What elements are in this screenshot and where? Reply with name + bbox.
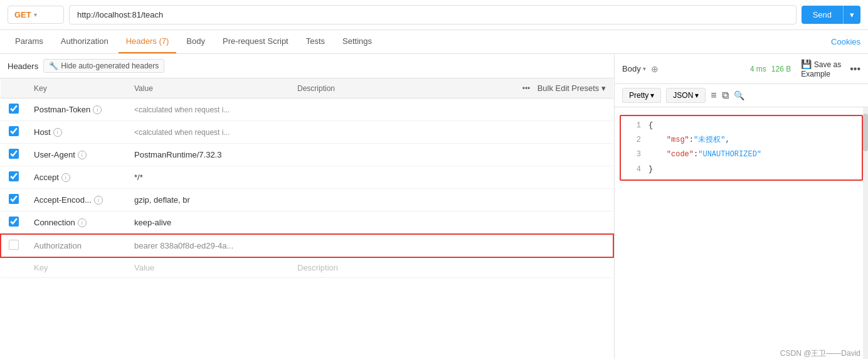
dots-icon[interactable]: ••• xyxy=(522,84,531,93)
json-line-1: 1 { xyxy=(621,119,862,133)
info-icon[interactable]: i xyxy=(53,128,62,137)
method-text: GET xyxy=(14,10,31,19)
tab-params[interactable]: Params xyxy=(8,30,51,53)
method-selector[interactable]: GET ▾ xyxy=(8,6,64,24)
desc-cell xyxy=(290,166,513,189)
response-meta: 4 ms 126 B xyxy=(750,65,791,73)
main-content: Headers 🔧 Hide auto-generated headers Ke… xyxy=(0,54,868,359)
actions-cell xyxy=(513,211,613,235)
desc-cell xyxy=(290,211,513,235)
row-checkbox[interactable] xyxy=(9,126,19,136)
scrollbar-thumb xyxy=(863,114,868,151)
footer-watermark: CSDN @王卫——David xyxy=(780,348,860,359)
table-row: User-Agent i PostmanRuntime/7.32.3 xyxy=(1,144,613,166)
empty-row: Key Value Description xyxy=(1,257,613,278)
empty-key[interactable]: Key xyxy=(26,257,127,278)
table-row: Accept i */* xyxy=(1,166,613,189)
response-toolbar: Body ▾ ⊕ 4 ms 126 B 💾 Save asExample ••• xyxy=(615,54,868,84)
key-cell: User-Agent i xyxy=(26,144,127,166)
key-cell: Postman-Token i xyxy=(26,99,127,121)
tab-settings[interactable]: Settings xyxy=(335,30,379,53)
info-icon[interactable]: i xyxy=(61,173,70,182)
info-icon[interactable]: i xyxy=(94,196,103,205)
hide-auto-icon: 🔧 xyxy=(49,62,58,70)
table-row: Host i <calculated when request i... xyxy=(1,121,613,144)
save-icon: 💾 xyxy=(801,59,812,69)
info-icon[interactable]: i xyxy=(78,218,87,227)
row-checkbox[interactable] xyxy=(9,171,19,181)
row-checkbox[interactable] xyxy=(9,104,19,114)
empty-desc[interactable]: Description xyxy=(290,257,513,278)
json-line-3: 3 "code": "UNAUTHORIZED" xyxy=(621,147,862,162)
row-checkbox[interactable] xyxy=(9,217,19,227)
presets-button[interactable]: Presets ▾ xyxy=(571,83,606,93)
tab-pre-request-script[interactable]: Pre-request Script xyxy=(215,30,296,53)
json-border-box: 1 { 2 "msg": "未授权", 3 "code": "UNAUTHORI… xyxy=(620,115,863,181)
send-button[interactable]: Send ▾ xyxy=(802,6,860,24)
col-description: Description xyxy=(290,78,513,99)
json-format-button[interactable]: JSON ▾ xyxy=(666,88,706,103)
row-checkbox[interactable] xyxy=(9,194,19,204)
tabs-row: Params Authorization Headers (7) Body Pr… xyxy=(0,30,868,54)
json-body: 1 { 2 "msg": "未授权", 3 "code": "UNAUTHORI… xyxy=(615,107,868,359)
actions-cell xyxy=(513,144,613,166)
value-cell: */* xyxy=(127,166,290,189)
desc-cell xyxy=(290,99,513,121)
globe-icon[interactable]: ⊕ xyxy=(651,64,659,74)
col-checkbox xyxy=(1,78,26,99)
cookies-link[interactable]: Cookies xyxy=(831,37,860,46)
value-cell: keep-alive xyxy=(127,211,290,235)
tab-body[interactable]: Body xyxy=(179,30,213,53)
key-cell: Accept-Encod... i xyxy=(26,189,127,211)
tab-authorization[interactable]: Authorization xyxy=(53,30,116,53)
info-icon[interactable]: i xyxy=(78,151,87,159)
key-cell: Connection i xyxy=(26,211,127,235)
response-scrollbar[interactable] xyxy=(863,107,868,359)
value-cell: <calculated when request i... xyxy=(127,99,290,121)
value-cell: <calculated when request i... xyxy=(127,121,290,144)
actions-cell xyxy=(513,99,613,121)
table-row: Accept-Encod... i gzip, deflate, br xyxy=(1,189,613,211)
value-cell: PostmanRuntime/7.32.3 xyxy=(127,144,290,166)
actions-cell xyxy=(513,189,613,211)
info-icon[interactable]: i xyxy=(93,105,102,114)
desc-cell xyxy=(290,121,513,144)
url-input[interactable] xyxy=(69,5,797,24)
right-panel: Body ▾ ⊕ 4 ms 126 B 💾 Save asExample •••… xyxy=(615,54,868,359)
search-button[interactable]: 🔍 xyxy=(734,90,744,100)
more-options-button[interactable]: ••• xyxy=(850,63,860,75)
desc-cell xyxy=(290,189,513,211)
method-arrow-icon: ▾ xyxy=(34,11,37,18)
json-line-2: 2 "msg": "未授权", xyxy=(621,133,862,147)
col-value: Value xyxy=(127,78,290,99)
auth-actions-cell xyxy=(513,234,613,257)
hide-auto-generated-button[interactable]: 🔧 Hide auto-generated headers xyxy=(43,59,164,73)
body-dropdown[interactable]: Body ▾ xyxy=(622,64,646,73)
table-row: Connection i keep-alive xyxy=(1,211,613,235)
pretty-format-button[interactable]: Pretty ▾ xyxy=(622,88,661,103)
response-time: 4 ms xyxy=(750,65,766,73)
desc-cell xyxy=(290,144,513,166)
send-dropdown-arrow[interactable]: ▾ xyxy=(843,6,860,24)
col-key: Key xyxy=(26,78,127,99)
headers-toolbar: Headers 🔧 Hide auto-generated headers xyxy=(0,54,614,78)
col-actions: ••• Bulk Edit Presets ▾ xyxy=(513,78,613,99)
empty-value[interactable]: Value xyxy=(127,257,290,278)
value-cell: gzip, deflate, br xyxy=(127,189,290,211)
auth-row-checkbox[interactable] xyxy=(9,240,19,250)
tab-headers[interactable]: Headers (7) xyxy=(119,30,177,53)
save-example[interactable]: 💾 Save asExample xyxy=(801,59,841,78)
table-row: Postman-Token i <calculated when request… xyxy=(1,99,613,121)
headers-section-label: Headers xyxy=(8,62,38,71)
authorization-row: Authorization bearer 838a0f8d-ed29-4a... xyxy=(1,234,613,257)
copy-button[interactable]: ⧉ xyxy=(722,90,729,101)
json-line-4: 4 } xyxy=(621,163,862,177)
row-checkbox[interactable] xyxy=(9,149,19,159)
top-bar: GET ▾ Send ▾ xyxy=(0,0,868,30)
body-dropdown-arrow: ▾ xyxy=(643,65,646,72)
lines-format-button[interactable]: ≡ xyxy=(711,90,716,101)
headers-table: Key Value Description ••• Bulk Edit Pres… xyxy=(0,78,614,359)
auth-desc-cell xyxy=(290,234,513,257)
tab-tests[interactable]: Tests xyxy=(299,30,332,53)
bulk-edit-button[interactable]: Bulk Edit xyxy=(537,83,569,93)
